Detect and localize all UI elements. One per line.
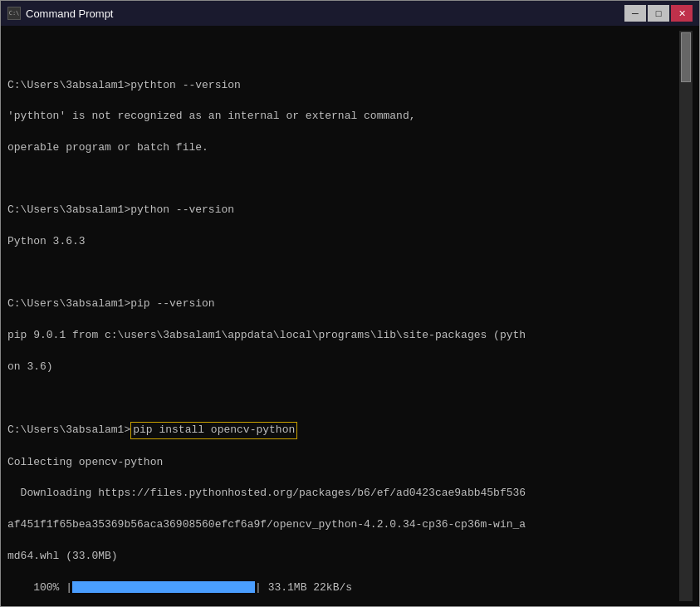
cmd-icon: C:\ (7, 7, 21, 20)
title-bar-left: C:\ Command Prompt (7, 7, 113, 20)
line-14: Collecting opencv-python (7, 455, 679, 471)
line-15: Downloading https://files.pythonhosted.o… (7, 486, 679, 502)
minimize-button[interactable]: ─ (624, 5, 646, 22)
line-11: on 3.6) (7, 360, 679, 375)
scrollbar[interactable] (679, 31, 693, 601)
line-10: pip 9.0.1 from c:\users\3absalam1\appdat… (7, 328, 679, 344)
progress-line-1: 100% || 33.1MB 22kB/s (7, 580, 679, 596)
command-prompt-window: C:\ Command Prompt ─ □ ✕ C:\Users\3absal… (0, 0, 700, 607)
line-4: operable program or batch file. (7, 140, 679, 156)
pip-install-cmd: pip install opencv-python (130, 422, 297, 439)
terminal-body[interactable]: C:\Users\3absalam1>pythton --version 'py… (1, 26, 699, 606)
line-16: af451f1f65bea35369b56aca36908560efcf6a9f… (7, 517, 679, 533)
line-9: C:\Users\3absalam1>pip --version (7, 296, 679, 312)
window-title: Command Prompt (26, 7, 113, 20)
window-controls: ─ □ ✕ (624, 5, 693, 22)
close-button[interactable]: ✕ (671, 5, 693, 22)
line-12 (7, 390, 679, 406)
title-bar: C:\ Command Prompt ─ □ ✕ (1, 1, 699, 26)
line-7: Python 3.6.3 (7, 234, 679, 250)
maximize-button[interactable]: □ (648, 5, 669, 22)
line-1 (7, 47, 679, 62)
line-17: md64.whl (33.0MB) (7, 549, 679, 565)
line-2: C:\Users\3absalam1>pythton --version (7, 78, 679, 94)
line-8 (7, 266, 679, 281)
scrollbar-thumb[interactable] (681, 32, 691, 82)
line-13: C:\Users\3absalam1>pip install opencv-py… (7, 422, 679, 439)
line-3: 'pythton' is not recognized as an intern… (7, 109, 679, 125)
terminal-output: C:\Users\3absalam1>pythton --version 'py… (7, 31, 679, 601)
line-5 (7, 172, 679, 188)
line-6: C:\Users\3absalam1>python --version (7, 203, 679, 218)
